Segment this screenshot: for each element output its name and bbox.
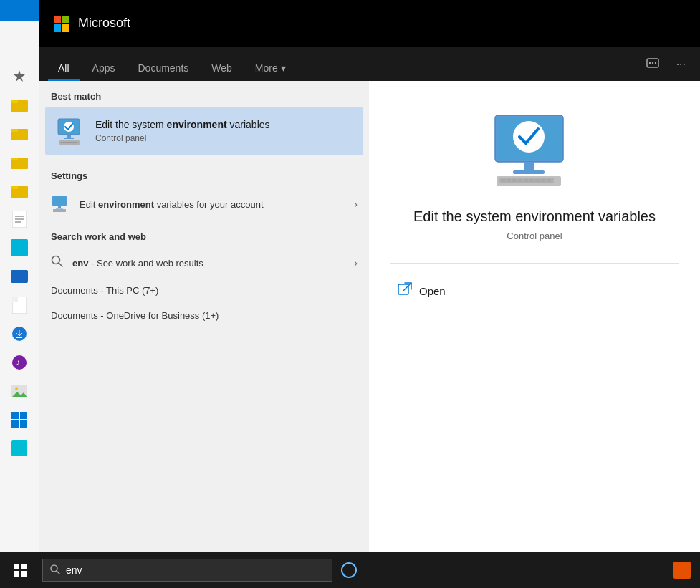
svg-rect-68 xyxy=(21,571,27,577)
svg-line-46 xyxy=(59,263,62,266)
settings-item-text: Edit environment variables for your acco… xyxy=(80,199,345,210)
svg-rect-56 xyxy=(512,179,517,182)
settings-monitor-icon xyxy=(51,194,71,214)
teal-icon[interactable] xyxy=(8,236,31,259)
taskbar-app-orange[interactable] xyxy=(671,559,693,581)
download-icon[interactable] xyxy=(8,322,31,345)
svg-rect-26 xyxy=(11,420,19,428)
start-menu-overlay: Microsoft All Apps Documents Web More ▾ … xyxy=(39,0,700,588)
search-web-label: Search work and web xyxy=(39,221,369,248)
svg-rect-24 xyxy=(11,412,19,419)
best-match-text: Edit the system environment variables Co… xyxy=(95,119,353,143)
tab-web[interactable]: Web xyxy=(201,57,242,81)
svg-rect-59 xyxy=(529,179,534,182)
pin-icon[interactable] xyxy=(8,64,31,87)
search-tabs-bar: All Apps Documents Web More ▾ ··· xyxy=(39,47,700,81)
svg-text:♪: ♪ xyxy=(16,357,20,367)
best-match-title: Edit the system environment variables xyxy=(95,119,353,130)
cortana-button[interactable] xyxy=(332,552,365,588)
search-web-arrow: › xyxy=(354,257,358,269)
tab-more[interactable]: More ▾ xyxy=(245,57,296,81)
svg-rect-71 xyxy=(673,562,691,579)
svg-rect-1 xyxy=(11,100,18,103)
svg-rect-62 xyxy=(547,179,551,182)
svg-rect-41 xyxy=(53,196,66,206)
taskbar-right xyxy=(671,559,700,581)
folder-icon-1[interactable] xyxy=(8,93,31,116)
tab-all[interactable]: All xyxy=(48,57,80,81)
svg-rect-3 xyxy=(11,129,18,132)
svg-rect-27 xyxy=(20,420,27,428)
svg-rect-66 xyxy=(21,564,27,569)
tab-apps[interactable]: Apps xyxy=(82,57,125,81)
svg-rect-28 xyxy=(11,440,27,456)
svg-rect-15 xyxy=(12,297,18,302)
svg-rect-37 xyxy=(64,138,74,139)
taskbar-search-icon xyxy=(50,564,60,577)
taskbar-search-input[interactable] xyxy=(66,564,325,576)
open-label: Open xyxy=(419,285,446,297)
ms-header: Microsoft xyxy=(39,0,700,47)
folder-icon-3[interactable] xyxy=(8,150,31,173)
grid-icon[interactable] xyxy=(8,408,31,431)
settings-label: Settings xyxy=(39,160,369,187)
logo-blue xyxy=(54,24,61,32)
detail-panel: Edit the system environment variables Co… xyxy=(369,81,700,588)
open-button[interactable]: Open xyxy=(390,278,453,304)
svg-rect-7 xyxy=(11,186,18,189)
svg-point-22 xyxy=(15,387,18,390)
open-icon xyxy=(398,282,412,300)
feedback-icon[interactable] xyxy=(641,55,665,77)
svg-rect-44 xyxy=(53,209,66,212)
logo-red xyxy=(54,16,61,23)
search-content: Best match xyxy=(39,81,700,588)
search-web-item[interactable]: env - See work and web results › xyxy=(39,248,369,278)
cortana-circle xyxy=(341,562,357,578)
folder-icon-2[interactable] xyxy=(8,122,31,145)
detail-subtitle: Control panel xyxy=(507,231,562,241)
svg-rect-65 xyxy=(14,564,19,569)
best-match-item[interactable]: Edit the system environment variables Co… xyxy=(45,107,363,155)
svg-point-32 xyxy=(654,62,656,64)
svg-rect-50 xyxy=(524,162,534,172)
settings-item-env-vars[interactable]: Edit environment variables for your acco… xyxy=(39,187,369,221)
svg-rect-60 xyxy=(535,179,540,182)
detail-title: Edit the system environment variables xyxy=(413,208,656,225)
search-loop-icon xyxy=(51,255,64,271)
image-icon[interactable] xyxy=(8,380,31,403)
svg-rect-54 xyxy=(501,179,505,182)
best-match-label: Best match xyxy=(39,81,369,107)
svg-point-49 xyxy=(513,121,545,153)
svg-rect-39 xyxy=(61,142,77,143)
monitor-icon xyxy=(55,116,85,146)
svg-rect-63 xyxy=(398,284,408,294)
docs-onedrive[interactable]: Documents - OneDrive for Business (1+) xyxy=(39,303,369,328)
microsoft-logo xyxy=(54,16,69,32)
svg-rect-58 xyxy=(524,179,528,182)
ms-app-icon[interactable] xyxy=(8,437,31,460)
tab-documents[interactable]: Documents xyxy=(128,57,198,81)
svg-line-70 xyxy=(57,571,59,574)
svg-rect-51 xyxy=(513,170,545,174)
taskbar-search-bar[interactable] xyxy=(42,559,332,582)
svg-rect-67 xyxy=(14,571,19,577)
results-panel: Best match xyxy=(39,81,369,588)
svg-rect-61 xyxy=(541,179,545,182)
best-match-subtitle: Control panel xyxy=(95,133,353,143)
detail-icon xyxy=(488,110,581,191)
start-button[interactable] xyxy=(0,552,39,588)
svg-rect-5 xyxy=(11,158,18,160)
svg-rect-43 xyxy=(56,208,63,209)
more-options-icon[interactable]: ··· xyxy=(671,55,691,77)
svg-point-31 xyxy=(651,62,653,64)
docs-this-pc[interactable]: Documents - This PC (7+) xyxy=(39,278,369,303)
text-file-icon[interactable] xyxy=(8,208,31,231)
blue-rect-icon[interactable] xyxy=(8,265,31,288)
document-icon[interactable] xyxy=(8,294,31,317)
ms-title: Microsoft xyxy=(78,16,130,31)
folder-icon-4[interactable] xyxy=(8,179,31,202)
svg-rect-13 xyxy=(11,270,28,283)
music-icon[interactable]: ♪ xyxy=(8,351,31,374)
settings-item-arrow: › xyxy=(354,198,358,210)
logo-green xyxy=(62,16,69,23)
